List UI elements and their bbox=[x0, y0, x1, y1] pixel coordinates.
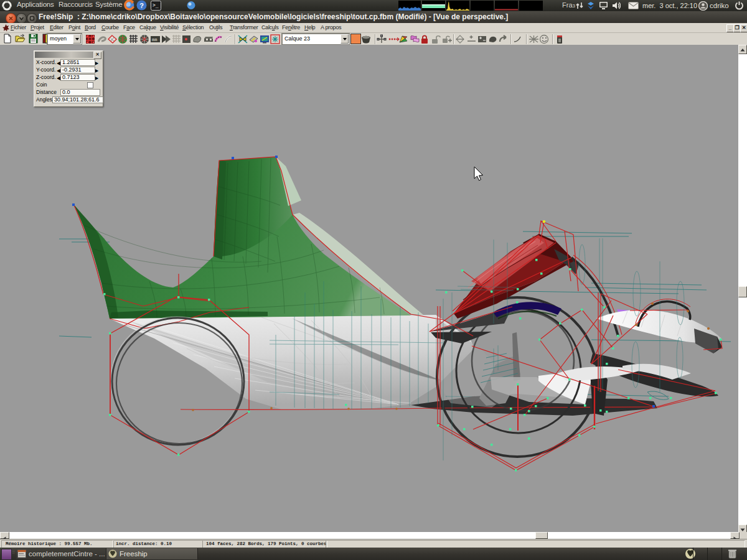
svg-text:?: ? bbox=[139, 2, 144, 9]
svg-text:mm: mm bbox=[152, 37, 157, 42]
svg-text:>_: >_ bbox=[153, 2, 159, 8]
